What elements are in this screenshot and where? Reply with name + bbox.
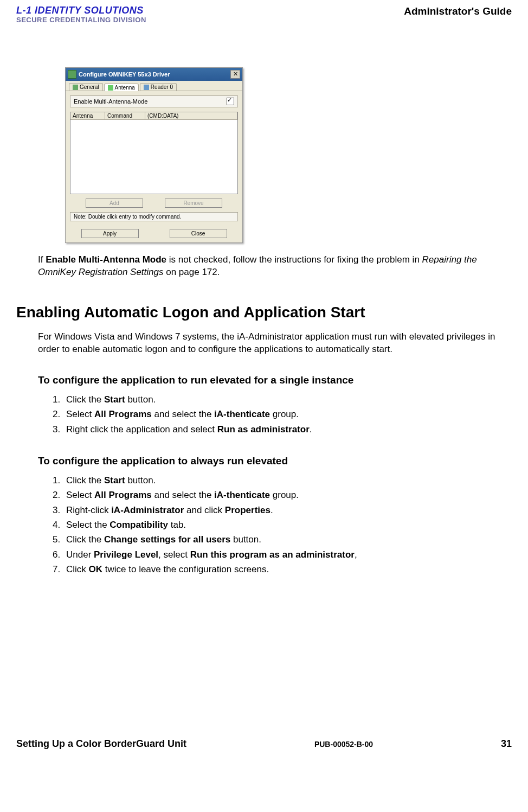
col-command: Command <box>105 112 145 119</box>
list-item: Under Privilege Level, select Run this p… <box>63 548 501 562</box>
para-multi-antenna: If Enable Multi-Antenna Mode is not chec… <box>38 254 501 279</box>
logo-line1: L-1 IDENTITY SOLUTIONS <box>16 5 146 16</box>
dialog-note: Note: Double click entry to modify comma… <box>70 212 238 221</box>
footer-center: PUB-00052-B-00 <box>314 740 373 749</box>
dialog-tabs: General Antenna Reader 0 <box>66 81 242 91</box>
text: on page 172. <box>164 267 220 277</box>
text-bold: Enable Multi-Antenna Mode <box>46 254 166 265</box>
text: If <box>38 254 46 265</box>
para-intro: For Windows Vista and Windows 7 systems,… <box>38 331 501 356</box>
list-header: Antenna Command (CMD:DATA) <box>70 112 237 120</box>
subheading-always: To configure the application to always r… <box>38 455 501 467</box>
add-button[interactable]: Add <box>86 199 143 208</box>
text: is not checked, follow the instructions … <box>166 254 422 265</box>
multi-antenna-label: Enable Multi-Antenna-Mode <box>74 98 147 105</box>
close-icon[interactable]: ✕ <box>230 70 240 79</box>
col-antenna: Antenna <box>70 112 105 119</box>
section-heading: Enabling Automatic Logon and Application… <box>16 304 512 321</box>
list-item: Select All Programs and select the iA-th… <box>63 407 501 421</box>
list-item: Click the Start button. <box>63 393 501 407</box>
general-icon <box>73 85 78 90</box>
page-footer: Setting Up a Color BorderGuard Unit PUB-… <box>16 738 512 750</box>
reader-icon <box>144 85 149 90</box>
list-item: Click OK twice to leave the configuratio… <box>63 562 501 577</box>
tab-general-label: General <box>80 84 99 90</box>
dialog-titlebar: Configure OMNIKEY 55x3 Driver ✕ <box>66 68 242 81</box>
steps-always: Click the Start button. Select All Progr… <box>38 474 501 577</box>
tab-antenna-label: Antenna <box>115 85 135 91</box>
tab-reader[interactable]: Reader 0 <box>140 83 177 91</box>
list-item: Click the Start button. <box>63 474 501 488</box>
multi-antenna-row: Enable Multi-Antenna-Mode <box>70 95 238 107</box>
tab-reader-label: Reader 0 <box>151 84 173 90</box>
list-item: Right click the application and select R… <box>63 423 501 437</box>
close-button[interactable]: Close <box>170 229 227 238</box>
logo-line2: SECURE CREDENTIALING DIVISION <box>16 16 146 24</box>
omnikey-dialog: Configure OMNIKEY 55x3 Driver ✕ General … <box>65 67 243 243</box>
multi-antenna-checkbox[interactable] <box>227 98 234 105</box>
remove-button[interactable]: Remove <box>165 199 222 208</box>
antenna-listbox[interactable]: Antenna Command (CMD:DATA) <box>70 112 238 194</box>
list-item: Select All Programs and select the iA-th… <box>63 488 501 502</box>
guide-title: Administrator's Guide <box>404 5 512 17</box>
footer-right: 31 <box>501 738 512 750</box>
apply-button[interactable]: Apply <box>81 229 139 238</box>
tab-antenna[interactable]: Antenna <box>104 84 139 91</box>
col-data: (CMD:DATA) <box>145 112 237 119</box>
subheading-single: To configure the application to run elev… <box>38 374 501 386</box>
steps-single: Click the Start button. Select All Progr… <box>38 393 501 437</box>
tab-general[interactable]: General <box>69 83 103 91</box>
list-item: Select the Compatibility tab. <box>63 518 501 532</box>
list-item: Right-click iA-Administrator and click P… <box>63 503 501 517</box>
dialog-icon <box>68 70 76 79</box>
footer-left: Setting Up a Color BorderGuard Unit <box>16 738 186 750</box>
dialog-title: Configure OMNIKEY 55x3 Driver <box>79 71 170 78</box>
logo: L-1 IDENTITY SOLUTIONS SECURE CREDENTIAL… <box>16 5 146 24</box>
antenna-icon <box>108 85 113 91</box>
list-item: Click the Change settings for all users … <box>63 533 501 547</box>
